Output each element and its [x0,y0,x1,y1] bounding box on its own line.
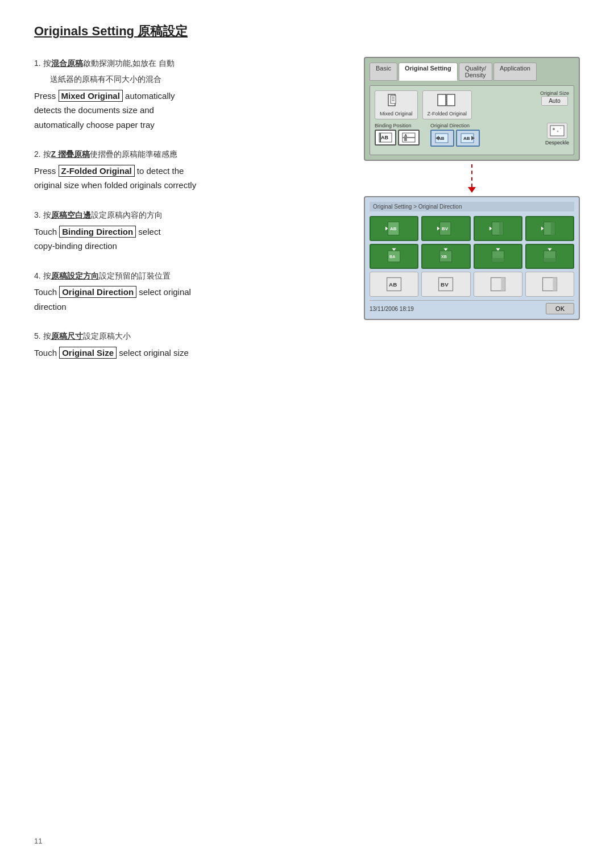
despeckle-block: Despeckle [545,123,569,146]
cjk-rest-5: 設定原稿大小 [83,331,131,340]
dir-btn-1[interactable]: AB [430,130,454,147]
dir-ba-up-btn[interactable]: BA [370,244,418,269]
mixed-original-btn[interactable]: Mixed Original [375,90,418,119]
breadcrumb: Original Setting > Original Direction [370,202,574,211]
dir-plain-ab-btn[interactable]: AB [370,272,418,297]
instruction-2: 2. 按Z 摺疊原稿使摺疊的原稿能準確感應 Press Z-Folded Ori… [34,148,347,193]
cjk-text-4: 4. 按原稿設定方向設定預留的訂裝位置 [34,269,347,283]
cjk-text-5: 5. 按原稿尺寸設定原稿大小 [34,330,347,343]
content-layout: 1. 按混合原稿啟動探測功能,如放在 自動 送紙器的原稿有不同大小的混合 Pre… [34,57,580,376]
en-text-4: Touch Original Direction select original [34,285,347,300]
panel-row-2: Binding Position AB [375,123,569,147]
num-prefix-2: 2. 按 [34,149,51,159]
binding-ab2-btn[interactable]: A B [398,130,420,146]
original-setting-panel: Basic Original Setting Quality/Density A… [364,57,580,161]
dashed-arrow [471,164,472,187]
panel-footer: 13/11/2006 18:19 OK [370,300,574,314]
svg-marker-27 [385,226,388,230]
ui-panels-column: Basic Original Setting Quality/Density A… [364,57,580,320]
svg-marker-39 [392,248,396,251]
svg-rect-47 [544,258,555,262]
en-text-1b: detects the documents size and [34,103,347,118]
direction-grid-row2: BA XB [370,244,574,269]
cjk-rest-4: 設定預留的訂裝位置 [99,271,171,280]
en-text-1: Press Mixed Original automatically [34,89,347,103]
svg-text:XB: XB [441,255,447,259]
direction-grid-row3: AB BV [370,272,574,297]
num-prefix-1: 1. 按 [34,59,51,68]
dir-bv-left-btn[interactable]: BV [421,216,470,241]
arrow-head [468,187,476,193]
svg-point-24 [560,128,561,129]
instruction-3: 3. 按原稿空白邊設定原稿內容的方向 Touch Binding Directi… [34,209,347,254]
term-cjk-4: 原稿設定方向 [51,271,99,280]
en-text-3: Touch Binding Direction select [34,225,347,239]
svg-text:AB: AB [381,135,388,140]
page-number: 11 [34,837,42,845]
en-text-3b: copy-binding direction [34,239,347,254]
panel-body: Mixed Original Z-Folded Original [370,85,574,155]
svg-rect-5 [438,94,446,106]
svg-text:B: B [404,138,407,142]
dir-fold2-left-btn[interactable] [525,216,574,241]
svg-text:BV: BV [441,281,449,288]
binding-icons: AB A B [375,130,426,146]
svg-marker-30 [437,226,439,230]
cjk-rest-3: 設定原稿內容的方向 [91,210,163,219]
tab-bar: Basic Original Setting Quality/Density A… [370,63,574,81]
dir-plain-fold1-btn[interactable] [474,272,522,297]
svg-marker-42 [444,248,448,251]
z-folded-original-btn[interactable]: Z-Folded Original [422,90,472,119]
dir-plain-bv-btn[interactable]: BV [421,272,470,297]
timestamp: 13/11/2006 18:19 [370,306,414,312]
direction-icons: AB AB [430,130,482,147]
en-text-5: Touch Original Size select original size [34,346,347,360]
term-en-1: Mixed Original [59,90,123,102]
instructions-column: 1. 按混合原稿啟動探測功能,如放在 自動 送紙器的原稿有不同大小的混合 Pre… [34,57,347,376]
original-size-value[interactable]: Auto [541,96,568,106]
dir-plain-fold2-btn[interactable] [525,272,574,297]
svg-rect-44 [492,258,504,262]
tab-quality-density[interactable]: Quality/Density [459,63,492,81]
term-en-2: Z-Folded Original [59,165,135,177]
page-title: Originals Setting 原稿設定 [34,23,580,40]
original-size-label: Original Size [540,90,569,96]
instruction-4: 4. 按原稿設定方向設定預留的訂裝位置 Touch Original Direc… [34,269,347,314]
binding-ab-btn[interactable]: AB [375,130,396,146]
num-prefix-3: 3. 按 [34,210,51,219]
cjk-text-3: 3. 按原稿空白邊設定原稿內容的方向 [34,209,347,222]
arrow-container [364,161,580,196]
ok-button[interactable]: OK [546,303,574,314]
dir-xb-up-btn[interactable]: XB [421,244,470,269]
instruction-1: 1. 按混合原稿啟動探測功能,如放在 自動 送紙器的原稿有不同大小的混合 Pre… [34,57,347,132]
svg-point-22 [553,128,555,130]
svg-rect-35 [551,222,555,235]
term-cjk-2: Z 摺疊原稿 [51,149,90,159]
original-direction-label: Original Direction [430,123,482,128]
panel-row-1: Mixed Original Z-Folded Original [375,90,569,119]
num-prefix-5: 5. 按 [34,331,51,340]
despeckle-icon[interactable] [547,123,567,139]
cjk-rest-1: 啟動探測功能,如放在 自動 [83,59,175,68]
term-en-4: Original Direction [59,286,136,298]
binding-position-section: Binding Position AB [375,123,426,146]
svg-text:AB: AB [389,281,397,288]
dir-ab-left-btn[interactable]: AB [370,216,418,241]
tab-application[interactable]: Application [493,63,537,81]
svg-marker-33 [489,226,492,230]
svg-marker-36 [541,226,544,230]
svg-rect-56 [553,277,557,290]
en-text-4b: direction [34,300,347,314]
svg-text:A: A [404,134,407,138]
tab-original-setting[interactable]: Original Setting [399,63,458,81]
svg-text:BV: BV [442,226,449,231]
term-en-3: Binding Direction [59,226,136,238]
tab-basic[interactable]: Basic [370,63,397,81]
dir-btn-2[interactable]: AB [456,130,480,147]
direction-grid-row1: AB BV [370,216,574,241]
dir-fold3-up-btn[interactable] [474,244,522,269]
term-cjk-3: 原稿空白邊 [51,210,91,219]
term-en-5: Original Size [59,347,117,359]
dir-fold4-up-btn[interactable] [525,244,574,269]
dir-fold1-left-btn[interactable] [474,216,522,241]
